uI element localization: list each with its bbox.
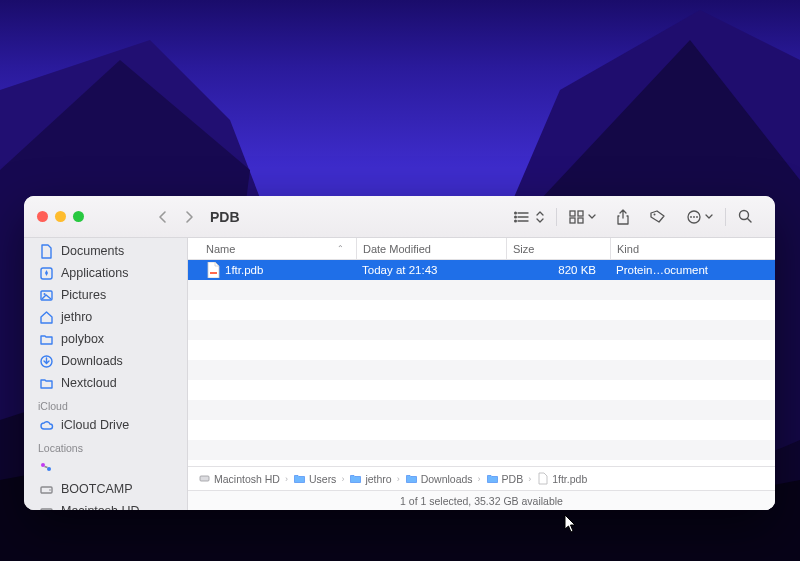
updown-icon	[536, 211, 544, 223]
file-size: 820 KB	[506, 264, 610, 276]
disk-icon	[38, 481, 54, 497]
sidebar-item[interactable]: Applications	[24, 262, 187, 284]
column-header-kind[interactable]: Kind	[610, 238, 775, 259]
sidebar-item-label: Pictures	[61, 288, 106, 302]
status-bar: 1 of 1 selected, 35.32 GB available	[188, 490, 775, 510]
path-segment[interactable]: Downloads	[405, 472, 473, 485]
path-segment-label: 1ftr.pdb	[552, 473, 587, 485]
svg-rect-25	[41, 509, 52, 511]
svg-point-22	[47, 467, 51, 471]
svg-rect-8	[570, 218, 575, 223]
folder-icon	[38, 331, 54, 347]
ellipsis-icon	[686, 210, 702, 224]
minimize-button[interactable]	[55, 211, 66, 222]
path-segment[interactable]: Users	[293, 472, 336, 485]
sidebar-item-label: Applications	[61, 266, 128, 280]
file-list[interactable]: 1ftr.pdb Today at 21:43 820 KB Protein…o…	[188, 260, 775, 466]
path-segment-label: PDB	[502, 473, 524, 485]
path-segment-label: jethro	[365, 473, 391, 485]
sidebar-item[interactable]: iCloud Drive	[24, 414, 187, 436]
share-button[interactable]	[606, 204, 640, 230]
empty-row	[188, 320, 775, 340]
forward-button[interactable]	[178, 206, 200, 228]
zoom-button[interactable]	[73, 211, 84, 222]
sidebar-item-label: Macintosh HD	[61, 504, 140, 510]
status-text: 1 of 1 selected, 35.32 GB available	[400, 495, 563, 507]
path-separator-icon: ›	[527, 474, 532, 484]
sidebar-item-label: jethro	[61, 310, 92, 324]
column-header-size-label: Size	[513, 243, 534, 255]
chevron-down-icon	[588, 214, 596, 220]
sidebar-item[interactable]: jethro	[24, 306, 187, 328]
svg-point-13	[693, 216, 695, 218]
svg-point-21	[41, 463, 45, 467]
empty-row	[188, 300, 775, 320]
file-name: 1ftr.pdb	[225, 264, 263, 276]
svg-point-10	[654, 213, 656, 215]
back-button[interactable]	[152, 206, 174, 228]
more-button[interactable]	[676, 204, 723, 230]
file-icon	[536, 472, 549, 485]
path-separator-icon: ›	[340, 474, 345, 484]
folder-icon	[486, 472, 499, 485]
path-separator-icon: ›	[477, 474, 482, 484]
tag-icon	[650, 210, 666, 224]
sidebar-item[interactable]: Pictures	[24, 284, 187, 306]
group-by-button[interactable]	[559, 204, 606, 230]
svg-rect-7	[578, 211, 583, 216]
svg-point-4	[515, 216, 517, 218]
main-pane: Name ⌃ Date Modified Size Kind 1ftr.pdb …	[188, 238, 775, 510]
path-segment-label: Users	[309, 473, 336, 485]
network-icon	[38, 459, 54, 475]
path-separator-icon: ›	[284, 474, 289, 484]
disk-icon	[198, 472, 211, 485]
column-header-size[interactable]: Size	[506, 238, 610, 259]
file-row[interactable]: 1ftr.pdb Today at 21:43 820 KB Protein…o…	[188, 260, 775, 280]
window-controls	[24, 211, 97, 222]
sidebar-item[interactable]	[24, 456, 187, 478]
tags-button[interactable]	[640, 204, 676, 230]
sidebar-item[interactable]: BOOTCAMP	[24, 478, 187, 500]
path-segment[interactable]: Macintosh HD	[198, 472, 280, 485]
column-header-name[interactable]: Name ⌃	[200, 238, 356, 259]
column-header-date[interactable]: Date Modified	[356, 238, 506, 259]
close-button[interactable]	[37, 211, 48, 222]
svg-point-19	[43, 293, 45, 295]
empty-row	[188, 440, 775, 460]
svg-point-3	[515, 212, 517, 214]
path-bar: Macintosh HD›Users›jethro›Downloads›PDB›…	[188, 466, 775, 490]
navigation: PDB	[152, 206, 240, 228]
path-segment[interactable]: jethro	[349, 472, 391, 485]
search-icon	[738, 209, 753, 224]
view-mode-button[interactable]	[504, 204, 554, 230]
folder-icon	[349, 472, 362, 485]
share-icon	[616, 209, 630, 225]
svg-point-24	[49, 489, 51, 491]
sidebar-item-label: Downloads	[61, 354, 123, 368]
svg-rect-9	[578, 218, 583, 223]
sidebar-item[interactable]: Documents	[24, 240, 187, 262]
sidebar-section-locations: Locations	[24, 436, 187, 456]
sidebar-section-icloud: iCloud	[24, 394, 187, 414]
sidebar-item[interactable]: Nextcloud	[24, 372, 187, 394]
empty-row	[188, 340, 775, 360]
file-icon	[206, 262, 220, 278]
svg-point-14	[696, 216, 698, 218]
column-header-date-label: Date Modified	[363, 243, 431, 255]
sidebar-item-label: polybox	[61, 332, 104, 346]
sidebar-item-label: Documents	[61, 244, 124, 258]
search-button[interactable]	[728, 204, 763, 230]
empty-row	[188, 400, 775, 420]
path-separator-icon: ›	[396, 474, 401, 484]
column-header-name-label: Name	[206, 243, 235, 255]
empty-row	[188, 380, 775, 400]
file-kind: Protein…ocument	[610, 264, 775, 276]
sidebar-item[interactable]: Macintosh HD	[24, 500, 187, 510]
path-segment[interactable]: PDB	[486, 472, 524, 485]
sidebar-item[interactable]: polybox	[24, 328, 187, 350]
toolbar	[504, 204, 775, 230]
sidebar-item-label: Nextcloud	[61, 376, 117, 390]
disk-icon	[38, 503, 54, 510]
sidebar-item[interactable]: Downloads	[24, 350, 187, 372]
path-segment[interactable]: 1ftr.pdb	[536, 472, 587, 485]
